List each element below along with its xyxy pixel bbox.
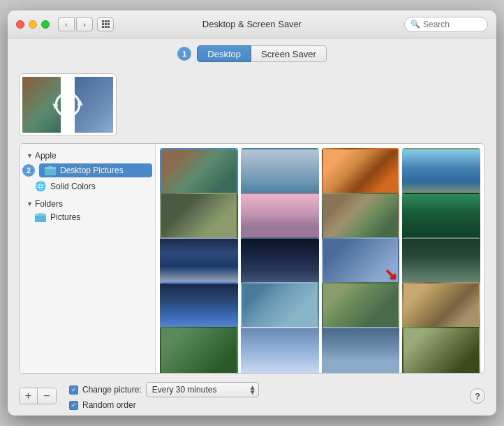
- change-picture-row: ✓ Change picture: Every 5 seconds Every …: [69, 382, 259, 397]
- thumbnail-item[interactable]: [160, 193, 238, 242]
- tab-desktop[interactable]: Desktop: [197, 45, 251, 62]
- change-picture-label: Change picture:: [82, 385, 142, 395]
- grid-view-button[interactable]: [97, 17, 114, 31]
- thumbnail-item[interactable]: [322, 327, 400, 373]
- thumbnail-item[interactable]: [241, 193, 319, 242]
- thumbnail-image: [323, 194, 399, 240]
- folder-icon: [45, 166, 56, 175]
- thumbnail-image: [242, 149, 318, 196]
- folders-section-label: Folders: [35, 199, 63, 209]
- remove-button[interactable]: −: [38, 388, 56, 404]
- thumbnail-image: [403, 194, 479, 240]
- thumbnail-image: [403, 149, 479, 196]
- cycle-arrows-icon: [50, 87, 85, 122]
- preview-box: [19, 73, 117, 136]
- thumbnail-item[interactable]: [160, 237, 238, 286]
- apple-section-label: Apple: [35, 151, 57, 161]
- sidebar: ▼ Apple 2 Desktop Pictures 🌐 Soli: [20, 144, 156, 373]
- sidebar-section-apple: ▼ Apple: [20, 149, 155, 162]
- random-order-label: Random order: [82, 400, 136, 410]
- change-picture-checkbox[interactable]: ✓: [69, 385, 78, 395]
- preview-area: [19, 68, 485, 143]
- step1-badge: 1: [177, 47, 191, 61]
- sidebar-item-pictures[interactable]: Pictures: [20, 210, 155, 224]
- thumbnail-image: [161, 284, 237, 330]
- search-input[interactable]: [423, 20, 486, 29]
- thumbnail-item[interactable]: [160, 327, 238, 373]
- thumbnail-image: [403, 239, 479, 285]
- thumbnail-item[interactable]: [402, 327, 480, 373]
- thumbnail-image: [161, 194, 237, 240]
- close-button[interactable]: [16, 20, 24, 29]
- minimize-button[interactable]: [29, 20, 37, 29]
- content-area: ▼ Apple 2 Desktop Pictures 🌐 Soli: [8, 68, 496, 416]
- main-window: ‹ › Desktop & Screen Saver 🔍 1 Desktop S…: [8, 10, 496, 416]
- thumbnail-item[interactable]: [322, 148, 400, 197]
- solid-colors-label: Solid Colors: [50, 182, 96, 191]
- main-panel: ▼ Apple 2 Desktop Pictures 🌐 Soli: [19, 143, 485, 374]
- thumbnail-image: [242, 239, 318, 285]
- sidebar-section-folders: ▼ Folders: [20, 198, 155, 210]
- thumbnail-image: [323, 149, 399, 196]
- random-order-row: ✓ Random order: [69, 400, 259, 410]
- thumbnail-image: [161, 149, 237, 196]
- search-icon: 🔍: [410, 20, 420, 29]
- globe-icon: 🌐: [35, 181, 46, 191]
- help-button[interactable]: ?: [470, 388, 485, 404]
- preview-arrow-overlay: [22, 77, 113, 133]
- thumbnail-item[interactable]: [160, 282, 238, 331]
- search-box[interactable]: 🔍: [404, 17, 488, 32]
- thumbnail-item[interactable]: [241, 237, 319, 286]
- add-remove-buttons: + −: [19, 388, 57, 404]
- disclosure-arrow-folders: ▼: [27, 200, 33, 207]
- pictures-folder-icon: [35, 212, 46, 222]
- thumbnail-item[interactable]: [241, 327, 319, 373]
- pictures-label: Pictures: [50, 212, 80, 222]
- interval-dropdown[interactable]: Every 5 seconds Every 1 minute Every 5 m…: [146, 382, 259, 397]
- thumbnail-item[interactable]: [402, 282, 480, 331]
- sidebar-item-desktop-pictures[interactable]: Desktop Pictures: [39, 163, 152, 177]
- thumbnail-image: [242, 284, 318, 330]
- thumbnail-image: [242, 194, 318, 240]
- thumbnail-image: [242, 328, 318, 373]
- random-order-checkbox[interactable]: ✓: [69, 401, 78, 410]
- thumbnail-item[interactable]: [241, 148, 319, 197]
- thumbnail-image: [323, 328, 399, 373]
- thumbnail-image: [161, 239, 237, 285]
- thumbnail-image: [161, 328, 237, 373]
- tab-screen-saver[interactable]: Screen Saver: [251, 45, 327, 62]
- bottom-options: ✓ Change picture: Every 5 seconds Every …: [69, 382, 259, 410]
- thumbnail-item[interactable]: ↘: [322, 237, 400, 286]
- add-button[interactable]: +: [20, 388, 38, 404]
- thumbnail-item[interactable]: [241, 282, 319, 331]
- thumbnail-item[interactable]: [322, 282, 400, 331]
- back-button[interactable]: ‹: [58, 17, 75, 31]
- window-title: Desktop & Screen Saver: [202, 19, 302, 29]
- nav-buttons: ‹ ›: [58, 17, 93, 31]
- desktop-pictures-label: Desktop Pictures: [60, 166, 124, 175]
- step2-badge: 2: [22, 164, 35, 177]
- image-grid: ↘: [156, 144, 484, 373]
- interval-dropdown-wrapper: Every 5 seconds Every 1 minute Every 5 m…: [146, 382, 259, 397]
- thumbnail-item[interactable]: [402, 193, 480, 242]
- thumbnail-image: [403, 284, 479, 330]
- grid-icon: [102, 20, 110, 28]
- maximize-button[interactable]: [41, 20, 50, 29]
- disclosure-arrow-apple: ▼: [27, 152, 33, 159]
- sidebar-item-solid-colors[interactable]: 🌐 Solid Colors: [20, 179, 155, 193]
- thumbnail-image: [403, 328, 479, 373]
- thumbnail-item[interactable]: [322, 193, 400, 242]
- thumbnail-item[interactable]: [402, 148, 480, 197]
- thumbnail-image: [323, 284, 399, 330]
- titlebar: ‹ › Desktop & Screen Saver 🔍: [8, 10, 496, 38]
- bottom-bar: + − ✓ Change picture: Every 5 seconds Ev…: [19, 381, 485, 416]
- tab-toolbar: 1 Desktop Screen Saver: [8, 38, 496, 68]
- forward-button[interactable]: ›: [76, 17, 93, 31]
- thumbnail-item[interactable]: [402, 237, 480, 286]
- preview-image: [22, 77, 113, 133]
- red-arrow-indicator: ↘: [384, 265, 396, 284]
- thumbnail-item[interactable]: [160, 148, 238, 197]
- traffic-lights: [16, 20, 50, 29]
